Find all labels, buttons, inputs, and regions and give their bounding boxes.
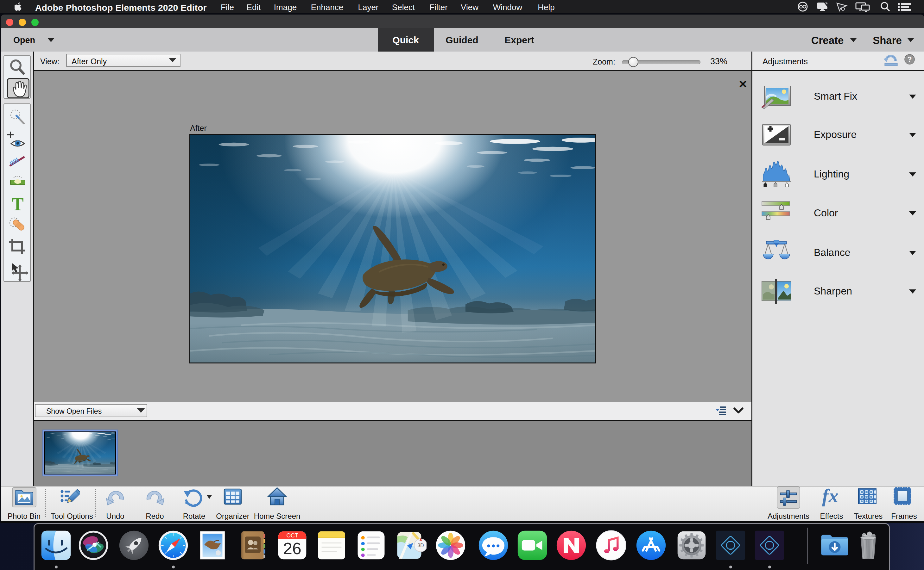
svg-text:26: 26	[283, 539, 301, 558]
svg-text:?: ?	[907, 55, 912, 64]
svg-text:T: T	[12, 195, 23, 214]
svg-text:OCT: OCT	[287, 532, 298, 539]
svg-text:3D: 3D	[418, 543, 424, 548]
